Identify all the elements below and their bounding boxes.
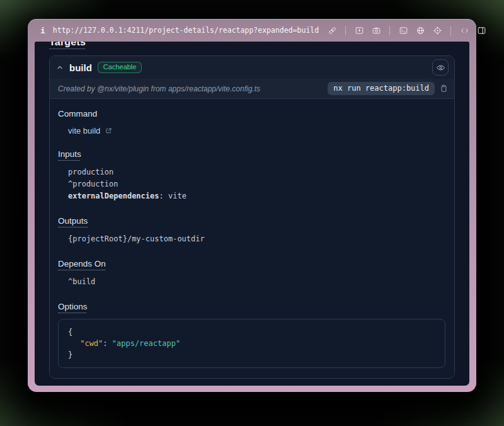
code-icon[interactable] xyxy=(459,25,470,36)
page-viewport: Targets build Cacheable Creat xyxy=(35,42,469,386)
eye-icon xyxy=(436,63,445,72)
inputs-list: production ^production externalDependenc… xyxy=(58,166,445,202)
target-name: build xyxy=(69,62,92,73)
list-item: externalDependencies: vite xyxy=(68,190,445,202)
cacheable-badge[interactable]: Cacheable xyxy=(98,62,142,73)
toolbar-divider xyxy=(389,26,390,35)
list-item: ^production xyxy=(68,178,445,190)
run-command-chip: nx run reactapp:build xyxy=(328,82,435,95)
list-item: production xyxy=(68,166,445,178)
outputs-list: {projectRoot}/my-custom-outdir xyxy=(58,233,445,245)
code-brace: { xyxy=(68,328,72,337)
target-meta-strip: Created by @nx/vite/plugin from apps/rea… xyxy=(50,79,454,99)
section-heading-options[interactable]: Options xyxy=(58,302,88,311)
targets-heading[interactable]: Targets xyxy=(49,42,86,48)
clipboard-icon xyxy=(439,84,449,93)
code-brace: } xyxy=(68,350,72,359)
toolbar-divider xyxy=(450,26,451,35)
run-command-group: nx run reactapp:build xyxy=(328,82,449,95)
section-heading-inputs[interactable]: Inputs xyxy=(58,149,81,159)
target-header-build[interactable]: build Cacheable xyxy=(50,56,454,79)
terminal-icon[interactable] xyxy=(398,25,409,36)
section-heading-command: Command xyxy=(58,109,97,118)
target-card-build: build Cacheable Created by @nx/vite/plug… xyxy=(49,55,455,379)
command-link[interactable]: vite build xyxy=(68,126,113,135)
view-target-button[interactable] xyxy=(432,59,449,76)
created-by-text: Created by @nx/vite/plugin from apps/rea… xyxy=(58,84,260,93)
external-link-icon[interactable] xyxy=(105,127,113,135)
titlebar: i http://127.0.0.1:4211/project-details/… xyxy=(28,19,476,42)
code-value: "apps/reactapp" xyxy=(112,339,180,348)
url-text: http://127.0.0.1:4211/project-details/re… xyxy=(53,26,319,35)
depends-on-list: ^build xyxy=(58,276,445,288)
panel-icon[interactable] xyxy=(476,25,487,36)
camera-icon[interactable] xyxy=(370,25,382,36)
code-key: "cwd" xyxy=(80,339,103,348)
section-heading-outputs[interactable]: Outputs xyxy=(58,216,88,226)
chevron-up-icon xyxy=(56,64,64,71)
command-text: vite build xyxy=(68,126,100,135)
globe-icon[interactable] xyxy=(415,25,426,36)
browser-window: i http://127.0.0.1:4211/project-details/… xyxy=(28,19,476,392)
options-code-block: {"cwd": "apps/reactapp"} xyxy=(58,319,445,368)
info-icon: i xyxy=(40,26,45,35)
copy-command-button[interactable] xyxy=(439,84,449,93)
titlebar-actions xyxy=(326,25,487,36)
target-details: Command vite build Inputs production ^pr… xyxy=(50,99,454,378)
list-item: {projectRoot}/my-custom-outdir xyxy=(68,233,445,245)
capture-icon[interactable] xyxy=(353,25,365,36)
section-heading-depends-on[interactable]: Depends On xyxy=(58,259,106,268)
project-details-page: Targets build Cacheable Creat xyxy=(35,42,469,386)
target-icon[interactable] xyxy=(432,25,443,36)
toolbar-divider xyxy=(345,26,346,35)
list-item: ^build xyxy=(68,276,445,288)
link-icon[interactable] xyxy=(326,25,338,36)
